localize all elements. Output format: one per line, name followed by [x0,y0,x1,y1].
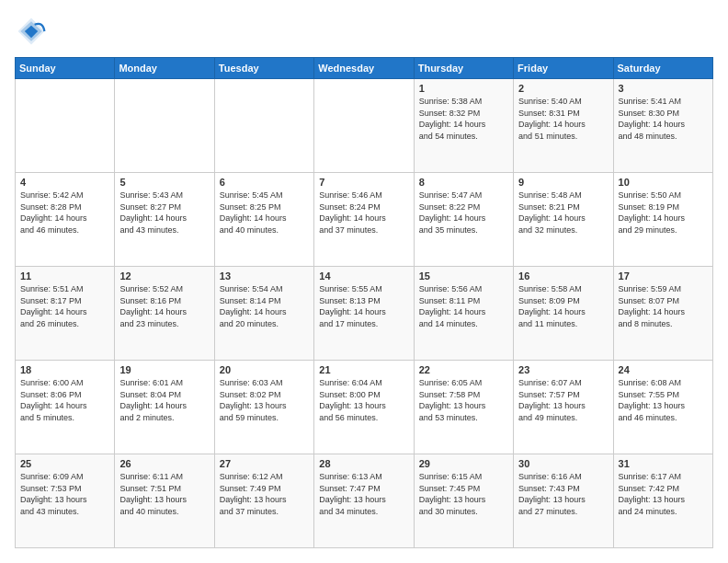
day-number: 30 [518,458,608,469]
calendar-cell: 22Sunrise: 6:05 AMSunset: 7:58 PMDayligh… [414,361,513,454]
day-info: Sunrise: 5:47 AMSunset: 8:22 PMDaylight:… [419,190,508,236]
calendar-week-5: 25Sunrise: 6:09 AMSunset: 7:53 PMDayligh… [16,454,713,548]
day-number: 31 [619,458,708,469]
calendar-cell: 29Sunrise: 6:15 AMSunset: 7:45 PMDayligh… [414,454,513,548]
day-info: Sunrise: 5:38 AMSunset: 8:32 PMDaylight:… [419,96,508,142]
calendar-cell: 28Sunrise: 6:13 AMSunset: 7:47 PMDayligh… [314,454,414,548]
calendar-cell: 1Sunrise: 5:38 AMSunset: 8:32 PMDaylight… [414,79,513,173]
logo-icon [15,15,48,48]
day-number: 4 [20,177,109,188]
page: SundayMondayTuesdayWednesdayThursdayFrid… [0,0,728,563]
day-number: 29 [419,458,508,469]
day-info: Sunrise: 5:58 AMSunset: 8:09 PMDaylight:… [518,283,608,329]
day-info: Sunrise: 5:45 AMSunset: 8:25 PMDaylight:… [220,190,309,236]
day-number: 28 [319,458,408,469]
day-info: Sunrise: 5:50 AMSunset: 8:19 PMDaylight:… [619,190,708,236]
day-info: Sunrise: 6:11 AMSunset: 7:51 PMDaylight:… [119,471,209,517]
calendar-header-row: SundayMondayTuesdayWednesdayThursdayFrid… [16,58,713,79]
calendar-cell [115,79,214,173]
day-number: 5 [119,177,209,188]
calendar-header-thursday: Thursday [414,58,513,79]
day-info: Sunrise: 6:05 AMSunset: 7:58 PMDaylight:… [419,377,508,423]
day-info: Sunrise: 5:42 AMSunset: 8:28 PMDaylight:… [20,190,109,236]
day-info: Sunrise: 5:52 AMSunset: 8:16 PMDaylight:… [119,283,209,329]
calendar-cell: 13Sunrise: 5:54 AMSunset: 8:14 PMDayligh… [214,267,313,361]
calendar-cell [214,79,313,173]
day-number: 15 [419,270,508,282]
calendar-cell [16,79,115,173]
day-number: 23 [518,364,608,375]
calendar-cell: 4Sunrise: 5:42 AMSunset: 8:28 PMDaylight… [16,173,115,267]
calendar-cell: 6Sunrise: 5:45 AMSunset: 8:25 PMDaylight… [214,173,313,267]
day-info: Sunrise: 5:55 AMSunset: 8:13 PMDaylight:… [319,283,408,329]
calendar-cell: 12Sunrise: 5:52 AMSunset: 8:16 PMDayligh… [115,267,214,361]
day-info: Sunrise: 5:51 AMSunset: 8:17 PMDaylight:… [20,283,109,329]
day-number: 6 [220,177,309,188]
calendar-header-tuesday: Tuesday [214,58,313,79]
calendar-cell: 21Sunrise: 6:04 AMSunset: 8:00 PMDayligh… [314,361,414,454]
day-number: 21 [319,364,408,375]
calendar-cell: 17Sunrise: 5:59 AMSunset: 8:07 PMDayligh… [613,267,712,361]
calendar-week-1: 1Sunrise: 5:38 AMSunset: 8:32 PMDaylight… [16,79,713,173]
day-info: Sunrise: 5:59 AMSunset: 8:07 PMDaylight:… [619,283,708,329]
day-info: Sunrise: 6:17 AMSunset: 7:42 PMDaylight:… [619,471,708,517]
day-info: Sunrise: 6:09 AMSunset: 7:53 PMDaylight:… [20,471,109,517]
day-number: 8 [419,177,508,188]
calendar-cell: 9Sunrise: 5:48 AMSunset: 8:21 PMDaylight… [514,173,613,267]
calendar-cell: 23Sunrise: 6:07 AMSunset: 7:57 PMDayligh… [514,361,613,454]
day-info: Sunrise: 6:13 AMSunset: 7:47 PMDaylight:… [319,471,408,517]
calendar-cell: 11Sunrise: 5:51 AMSunset: 8:17 PMDayligh… [16,267,115,361]
day-number: 9 [518,177,608,188]
calendar-week-4: 18Sunrise: 6:00 AMSunset: 8:06 PMDayligh… [16,361,713,454]
calendar-cell: 24Sunrise: 6:08 AMSunset: 7:55 PMDayligh… [613,361,712,454]
calendar-cell: 3Sunrise: 5:41 AMSunset: 8:30 PMDaylight… [613,79,712,173]
calendar-cell: 2Sunrise: 5:40 AMSunset: 8:31 PMDaylight… [514,79,613,173]
calendar-cell: 27Sunrise: 6:12 AMSunset: 7:49 PMDayligh… [214,454,313,548]
day-number: 27 [220,458,309,469]
calendar-cell: 25Sunrise: 6:09 AMSunset: 7:53 PMDayligh… [16,454,115,548]
logo [15,15,53,48]
day-info: Sunrise: 6:08 AMSunset: 7:55 PMDaylight:… [619,377,708,423]
day-info: Sunrise: 6:15 AMSunset: 7:45 PMDaylight:… [419,471,508,517]
day-info: Sunrise: 5:56 AMSunset: 8:11 PMDaylight:… [419,283,508,329]
calendar-header-sunday: Sunday [16,58,115,79]
day-info: Sunrise: 6:00 AMSunset: 8:06 PMDaylight:… [20,377,109,423]
calendar-header-friday: Friday [514,58,613,79]
calendar-cell: 30Sunrise: 6:16 AMSunset: 7:43 PMDayligh… [514,454,613,548]
calendar-cell: 26Sunrise: 6:11 AMSunset: 7:51 PMDayligh… [115,454,214,548]
day-info: Sunrise: 5:54 AMSunset: 8:14 PMDaylight:… [220,283,309,329]
day-number: 12 [119,270,209,282]
day-info: Sunrise: 6:03 AMSunset: 8:02 PMDaylight:… [220,377,309,423]
day-info: Sunrise: 6:16 AMSunset: 7:43 PMDaylight:… [518,471,608,517]
calendar-cell: 10Sunrise: 5:50 AMSunset: 8:19 PMDayligh… [613,173,712,267]
calendar-cell: 15Sunrise: 5:56 AMSunset: 8:11 PMDayligh… [414,267,513,361]
day-info: Sunrise: 6:12 AMSunset: 7:49 PMDaylight:… [220,471,309,517]
calendar-cell: 20Sunrise: 6:03 AMSunset: 8:02 PMDayligh… [214,361,313,454]
day-info: Sunrise: 6:01 AMSunset: 8:04 PMDaylight:… [119,377,209,423]
calendar-header-wednesday: Wednesday [314,58,414,79]
day-number: 2 [518,83,608,94]
calendar-cell: 31Sunrise: 6:17 AMSunset: 7:42 PMDayligh… [613,454,712,548]
day-number: 13 [220,270,309,282]
calendar-cell: 7Sunrise: 5:46 AMSunset: 8:24 PMDaylight… [314,173,414,267]
day-number: 19 [119,364,209,375]
day-number: 3 [619,83,708,94]
day-number: 10 [619,177,708,188]
calendar-week-2: 4Sunrise: 5:42 AMSunset: 8:28 PMDaylight… [16,173,713,267]
day-info: Sunrise: 6:04 AMSunset: 8:00 PMDaylight:… [319,377,408,423]
day-number: 18 [20,364,109,375]
day-number: 17 [619,270,708,282]
calendar-table: SundayMondayTuesdayWednesdayThursdayFrid… [15,57,713,548]
calendar-cell: 8Sunrise: 5:47 AMSunset: 8:22 PMDaylight… [414,173,513,267]
calendar-cell: 5Sunrise: 5:43 AMSunset: 8:27 PMDaylight… [115,173,214,267]
day-info: Sunrise: 5:48 AMSunset: 8:21 PMDaylight:… [518,190,608,236]
calendar-cell: 16Sunrise: 5:58 AMSunset: 8:09 PMDayligh… [514,267,613,361]
calendar-header-saturday: Saturday [613,58,712,79]
day-info: Sunrise: 6:07 AMSunset: 7:57 PMDaylight:… [518,377,608,423]
calendar-cell: 19Sunrise: 6:01 AMSunset: 8:04 PMDayligh… [115,361,214,454]
calendar-header-monday: Monday [115,58,214,79]
day-number: 22 [419,364,508,375]
calendar-cell: 14Sunrise: 5:55 AMSunset: 8:13 PMDayligh… [314,267,414,361]
day-info: Sunrise: 5:40 AMSunset: 8:31 PMDaylight:… [518,96,608,142]
day-number: 11 [20,270,109,282]
